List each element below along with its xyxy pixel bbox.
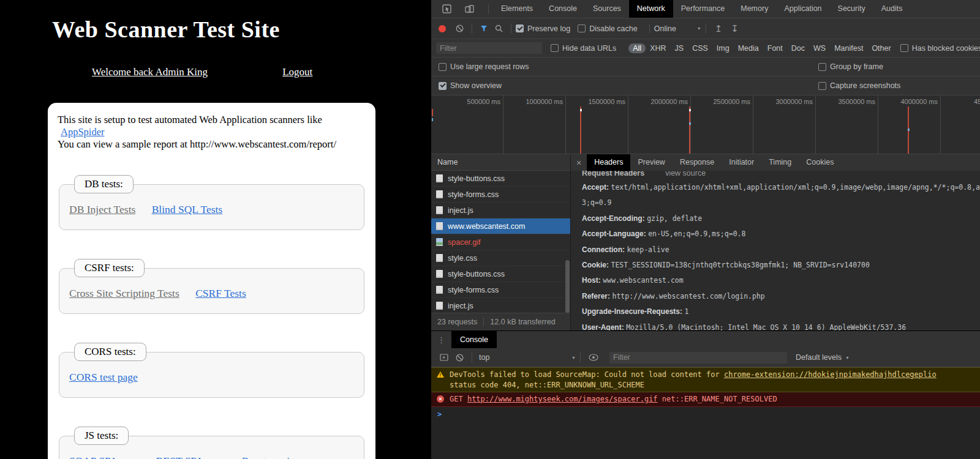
tab-preview[interactable]: Preview bbox=[630, 154, 672, 171]
tab-timing[interactable]: Timing bbox=[761, 154, 799, 171]
logout-link[interactable]: Logout bbox=[282, 66, 312, 78]
clear-console-icon[interactable] bbox=[456, 354, 464, 362]
react-versions-link[interactable]: React versions bbox=[242, 455, 305, 459]
checkbox-unchecked[interactable] bbox=[900, 44, 908, 52]
filter-type-xhr[interactable]: XHR bbox=[646, 43, 670, 53]
tab-performance[interactable]: Performance bbox=[673, 0, 733, 18]
tab-sources[interactable]: Sources bbox=[585, 0, 629, 18]
timeline-tick: 3500000 ms bbox=[816, 98, 875, 105]
db-inject-tests-link[interactable]: DB Inject Tests bbox=[69, 203, 135, 215]
tab-console-drawer[interactable]: Console bbox=[451, 331, 497, 348]
eye-icon[interactable] bbox=[589, 354, 598, 361]
appspider-link[interactable]: AppSpider bbox=[61, 126, 105, 138]
transferred-size: 12.0 kB transferred bbox=[484, 318, 561, 326]
filter-type-css[interactable]: CSS bbox=[688, 43, 712, 53]
kebab-menu-icon[interactable]: ⋮ bbox=[431, 335, 451, 345]
network-overview-timeline[interactable]: 500000 ms 1000000 ms 1500000 ms 2000000 … bbox=[431, 95, 980, 154]
clear-icon[interactable] bbox=[456, 24, 464, 32]
console-error-message[interactable]: × GET http://www.mightyseek.com/images/s… bbox=[431, 392, 980, 407]
execution-context-dropdown[interactable]: top▼ bbox=[479, 353, 576, 362]
filter-funnel-icon[interactable] bbox=[480, 25, 488, 32]
console-warning-message[interactable]: DevTools failed to load SourceMap: Could… bbox=[431, 367, 980, 392]
checkbox-checked[interactable] bbox=[439, 82, 447, 90]
export-har-icon[interactable]: ↧ bbox=[731, 24, 739, 33]
hide-data-urls-checkbox[interactable]: Hide data URLs bbox=[551, 44, 616, 53]
tab-console[interactable]: Console bbox=[541, 0, 585, 18]
tab-audits[interactable]: Audits bbox=[873, 0, 911, 18]
soap-spa-link[interactable]: SOAP SPA page bbox=[69, 455, 140, 459]
tab-cookies[interactable]: Cookies bbox=[799, 154, 841, 171]
tab-response[interactable]: Response bbox=[673, 154, 722, 171]
cors-test-page-link[interactable]: CORS test page bbox=[69, 371, 138, 383]
checkbox-unchecked[interactable] bbox=[578, 24, 586, 32]
device-toolbar-icon[interactable] bbox=[465, 5, 474, 13]
group-by-frame-checkbox[interactable]: Group by frame bbox=[818, 62, 883, 71]
table-row-error[interactable]: spacer.gif bbox=[431, 234, 570, 250]
filter-type-img[interactable]: Img bbox=[712, 43, 734, 53]
section-legend: JS tests: bbox=[74, 427, 129, 445]
console-filter-input[interactable] bbox=[609, 352, 787, 364]
filter-type-other[interactable]: Other bbox=[867, 43, 895, 53]
table-row[interactable]: style-buttons.css bbox=[431, 266, 570, 282]
filter-type-doc[interactable]: Doc bbox=[787, 43, 809, 53]
table-row[interactable]: style-forms.css bbox=[431, 187, 570, 203]
table-row[interactable]: style-forms.css bbox=[431, 282, 570, 298]
throttling-dropdown[interactable]: Online▼ bbox=[654, 24, 701, 33]
checkbox-checked[interactable] bbox=[516, 24, 524, 32]
csrf-tests-link[interactable]: CSRF Tests bbox=[195, 287, 246, 299]
tab-application[interactable]: Application bbox=[776, 0, 829, 18]
welcome-link[interactable]: Welcome back Admin King bbox=[92, 66, 208, 78]
name-column-header[interactable]: Name bbox=[431, 154, 570, 171]
network-filter-input[interactable] bbox=[436, 42, 542, 54]
timeline-tick: 1500000 ms bbox=[567, 98, 625, 105]
tab-elements[interactable]: Elements bbox=[493, 0, 541, 18]
timeline-tick: 2500000 ms bbox=[692, 98, 750, 105]
checkbox-unchecked[interactable] bbox=[818, 63, 826, 71]
log-levels-dropdown[interactable]: Default levels▼ bbox=[796, 353, 850, 362]
table-row[interactable]: style-buttons.css bbox=[431, 171, 570, 187]
tab-initiator[interactable]: Initiator bbox=[722, 154, 761, 171]
capture-screenshots-checkbox[interactable]: Capture screenshots bbox=[818, 81, 900, 90]
tab-memory[interactable]: Memory bbox=[733, 0, 776, 18]
close-icon[interactable]: × bbox=[571, 158, 587, 168]
checkbox-unchecked[interactable] bbox=[439, 63, 447, 71]
table-row[interactable]: inject.js bbox=[431, 203, 570, 218]
table-row[interactable]: inject.js bbox=[431, 298, 570, 313]
tab-security[interactable]: Security bbox=[830, 0, 873, 18]
checkbox-unchecked[interactable] bbox=[818, 82, 826, 90]
filter-type-all[interactable]: All bbox=[628, 43, 646, 53]
search-icon[interactable] bbox=[495, 24, 503, 32]
use-large-rows-checkbox[interactable]: Use large request rows bbox=[439, 62, 529, 71]
import-har-icon[interactable]: ↥ bbox=[715, 24, 723, 33]
record-button[interactable] bbox=[439, 25, 446, 32]
console-prompt[interactable]: > bbox=[431, 407, 980, 419]
has-blocked-cookies-checkbox[interactable]: Has blocked cookies bbox=[900, 44, 980, 53]
header-line: 3;q=0.9 bbox=[582, 195, 980, 211]
view-source-link[interactable]: view source bbox=[665, 171, 706, 177]
filter-type-font[interactable]: Font bbox=[763, 43, 787, 53]
tab-headers[interactable]: Headers bbox=[587, 154, 630, 171]
checkbox-unchecked[interactable] bbox=[551, 44, 559, 52]
section-csrf-tests: CSRF tests: Cross Site Scripting Tests C… bbox=[59, 259, 364, 314]
headers-panel[interactable]: Request Headersview source Accept: text/… bbox=[571, 171, 980, 330]
table-row-selected[interactable]: www.webscantest.com bbox=[431, 218, 570, 234]
filter-type-media[interactable]: Media bbox=[734, 43, 763, 53]
rest-spa-link[interactable]: REST SPA page bbox=[156, 455, 226, 459]
warning-link[interactable]: chrome-extension://hdokiejnpimakedhajhdl… bbox=[724, 370, 937, 379]
scrollbar-thumb[interactable] bbox=[565, 260, 570, 313]
table-row[interactable]: style.css bbox=[431, 250, 570, 266]
show-overview-checkbox[interactable]: Show overview bbox=[439, 81, 502, 90]
filter-type-manifest[interactable]: Manifest bbox=[830, 43, 867, 53]
blind-sql-tests-link[interactable]: Blind SQL Tests bbox=[152, 203, 222, 215]
tab-network[interactable]: Network bbox=[629, 0, 673, 18]
disable-cache-checkbox[interactable]: Disable cache bbox=[578, 24, 638, 33]
inspect-element-icon[interactable] bbox=[442, 4, 451, 13]
filter-type-ws[interactable]: WS bbox=[809, 43, 830, 53]
xss-tests-link[interactable]: Cross Site Scripting Tests bbox=[69, 287, 179, 299]
error-url-link[interactable]: http://www.mightyseek.com/images/spacer.… bbox=[467, 395, 658, 403]
filter-type-js[interactable]: JS bbox=[671, 43, 688, 53]
network-options-row-1: Use large request rows Group by frame bbox=[431, 58, 980, 76]
requests-count: 23 requests bbox=[431, 318, 483, 326]
console-sidebar-icon[interactable] bbox=[440, 354, 448, 361]
preserve-log-checkbox[interactable]: Preserve log bbox=[516, 24, 570, 33]
